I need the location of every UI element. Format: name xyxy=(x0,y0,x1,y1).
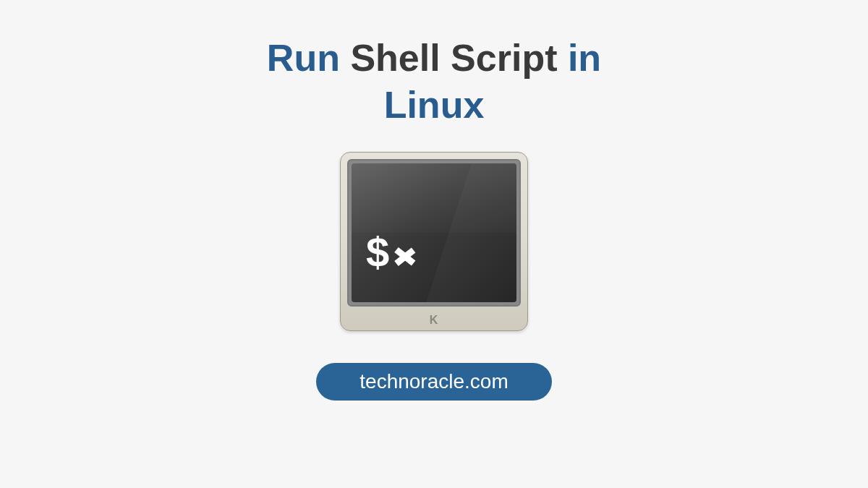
page-title: Run Shell Script in Linux xyxy=(267,35,601,129)
title-word-shell-script: Shell Script xyxy=(350,37,557,79)
dollar-sign-icon: $ xyxy=(366,231,389,273)
terminal-icon: $ K xyxy=(340,152,528,331)
terminal-screen: $ xyxy=(352,163,516,302)
title-word-run: Run xyxy=(267,37,340,79)
site-badge: technoracle.com xyxy=(316,363,551,401)
chevron-right-icon xyxy=(396,242,420,271)
terminal-prompt: $ xyxy=(366,231,420,273)
title-word-linux: Linux xyxy=(384,84,485,126)
title-word-in: in xyxy=(568,37,601,79)
terminal-brand-letter: K xyxy=(340,314,528,327)
